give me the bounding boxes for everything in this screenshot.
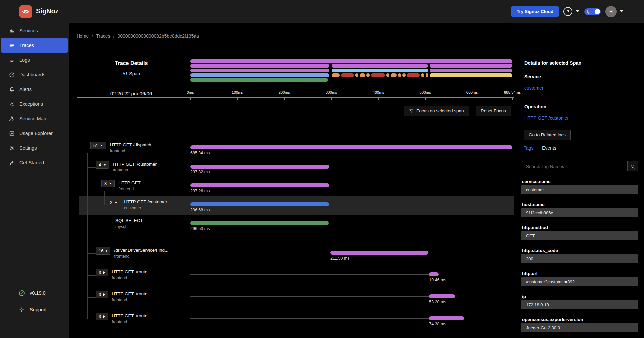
span-row[interactable]: 3HTTP GET: /routefrontend74.38 ms	[69, 310, 514, 329]
tag-value: 91f2ccdb986c	[521, 208, 638, 217]
axis-tick	[378, 98, 379, 100]
minimap-span-segment	[190, 73, 329, 77]
span-duration-bar[interactable]	[330, 251, 428, 255]
span-duration-bar[interactable]	[190, 183, 329, 187]
theme-toggle[interactable]	[584, 8, 601, 15]
help-icon[interactable]: ?	[564, 7, 572, 16]
version-item[interactable]: v0.19.0	[0, 285, 69, 301]
span-row[interactable]: 4HTTP GET: /customerfrontend297.32 ms	[69, 158, 514, 177]
span-row-left: 2HTTP GET /customercustomer	[107, 199, 167, 210]
time-axis-line	[77, 97, 514, 98]
span-duration-label: 296.53 ms	[190, 226, 210, 231]
sidebar-item-usage-explorer[interactable]: Usage Explorer	[1, 126, 68, 141]
breadcrumb-separator: /	[113, 33, 115, 39]
sidebar-item-traces[interactable]: Traces	[1, 38, 68, 53]
caret-right-icon	[103, 271, 105, 274]
span-row-left: 3HTTP GET: /routefrontend	[96, 291, 147, 302]
span-row[interactable]: 2HTTP GET /customercustomer296.68 ms	[69, 196, 514, 215]
tab-events[interactable]: Events	[542, 145, 556, 151]
gear-icon	[9, 145, 15, 151]
trace-minimap[interactable]	[190, 59, 512, 82]
minimap-span-segment	[371, 73, 385, 77]
sidebar-item-dashboards[interactable]: Dashboards	[1, 67, 68, 82]
help-caret-icon[interactable]	[576, 10, 579, 12]
sidebar-item-exceptions[interactable]: Exceptions	[1, 97, 68, 111]
breadcrumb-link[interactable]: Traces	[96, 33, 110, 39]
avatar[interactable]: H	[605, 6, 617, 17]
tag-key: host.name	[522, 202, 545, 207]
breadcrumb: Home/Traces/00000000000000002b5be8ddc2f1…	[77, 33, 199, 39]
span-name: HTTP GET: /route	[112, 269, 147, 274]
reset-focus-button[interactable]: Reset Focus	[476, 106, 511, 116]
sidebar-item-logs[interactable]: Logs	[1, 53, 68, 67]
eye-icon	[21, 7, 30, 16]
span-duration-bar[interactable]	[429, 294, 455, 298]
sidebar-item-label: Usage Explorer	[19, 131, 53, 136]
expand-badge[interactable]: 3	[96, 291, 108, 298]
expand-badge[interactable]: 2	[107, 199, 120, 206]
span-duration-bar[interactable]	[429, 272, 439, 276]
minimap-span-segment	[360, 73, 365, 77]
span-row[interactable]: 3HTTP GET: /routefrontend19.46 ms	[69, 266, 514, 285]
expand-badge[interactable]: 3	[96, 269, 108, 276]
span-duration-bar[interactable]	[190, 221, 329, 225]
span-duration-bar[interactable]	[429, 316, 464, 320]
signoz-app: SigNoz Try Signoz Cloud ? H ServicesTrac…	[0, 0, 644, 338]
minimap-span-segment	[366, 73, 370, 77]
span-row[interactable]: SQL SELECTmysql296.53 ms	[69, 215, 514, 233]
span-duration-bar[interactable]	[190, 145, 512, 149]
span-name: HTTP GET /dispatch	[110, 142, 151, 147]
sidebar-item-service-map[interactable]: Service Map	[1, 111, 68, 126]
expand-badge[interactable]: 16	[96, 247, 110, 255]
child-count: 3	[104, 181, 107, 186]
span-row[interactable]: 3HTTP GETfrontend297.26 ms	[69, 177, 514, 196]
try-signoz-cloud-button[interactable]: Try Signoz Cloud	[511, 6, 559, 17]
tag-search-button[interactable]	[627, 161, 638, 171]
axis-tick-label: 0ms	[187, 90, 194, 94]
span-duration-label: 296.68 ms	[190, 208, 210, 212]
span-duration-label: 211.50 ms	[330, 256, 349, 261]
sidebar-item-label: Get Started	[19, 160, 44, 165]
avatar-caret-icon[interactable]	[620, 10, 623, 12]
expand-badge[interactable]: 4	[96, 161, 109, 169]
bug-icon	[9, 101, 15, 107]
tab-tags[interactable]: Tags	[524, 145, 534, 151]
breadcrumb-link[interactable]: Home	[77, 33, 89, 39]
axis-tick-label: 500ms	[419, 90, 431, 94]
support-item[interactable]: Support	[0, 301, 69, 318]
minimap-span-segment	[391, 73, 397, 77]
span-duration-bar[interactable]	[190, 202, 329, 206]
sidebar-item-settings[interactable]: Settings	[1, 141, 68, 155]
service-link[interactable]: customer	[524, 85, 544, 91]
expand-badge[interactable]: 3	[101, 180, 115, 187]
span-row[interactable]: 3HTTP GET: /routefrontend53.20 ms	[69, 288, 514, 307]
tag-value: 172.18.0.10	[521, 300, 638, 309]
sidebar-item-services[interactable]: Services	[1, 23, 68, 38]
span-row[interactable]: 16/driver.DriverService/Find...frontend2…	[69, 244, 514, 263]
signoz-logo-icon[interactable]	[19, 5, 32, 18]
tag-value: /customer?customer=392	[521, 277, 638, 286]
slack-icon	[19, 307, 25, 313]
span-row-left: 3HTTP GETfrontend	[101, 180, 141, 191]
tag-value: Jaeger-Go-2.30.0	[521, 323, 638, 332]
tag-key: http.method	[522, 225, 548, 230]
go-to-related-logs-button[interactable]: Go to Related logs	[524, 130, 571, 140]
bell-icon	[9, 87, 15, 92]
expand-badge[interactable]: 51	[90, 142, 106, 149]
span-duration-bar[interactable]	[190, 165, 329, 169]
sidebar-item-alerts[interactable]: Alerts	[1, 82, 68, 97]
span-row-left: 16/driver.DriverService/Find...frontend	[96, 247, 168, 259]
expand-badge[interactable]: 3	[96, 313, 108, 320]
axis-tick	[512, 98, 513, 100]
sidebar-collapse-button[interactable]	[0, 318, 69, 338]
operation-link[interactable]: HTTP GET /customer	[524, 115, 569, 121]
traces-lines-icon	[9, 43, 15, 48]
span-row[interactable]: 51HTTP GET /dispatchfrontend685.34 ms	[69, 139, 514, 158]
axis-tick	[237, 98, 238, 100]
tag-search-input[interactable]	[522, 161, 627, 171]
sidebar-item-get-started[interactable]: Get Started	[1, 155, 68, 170]
logs-lines-icon	[9, 57, 15, 63]
minimap-span-segment	[421, 73, 424, 77]
focus-selected-span-button[interactable]: Focus on selected span	[404, 106, 469, 116]
bar-chart-icon	[9, 28, 15, 34]
